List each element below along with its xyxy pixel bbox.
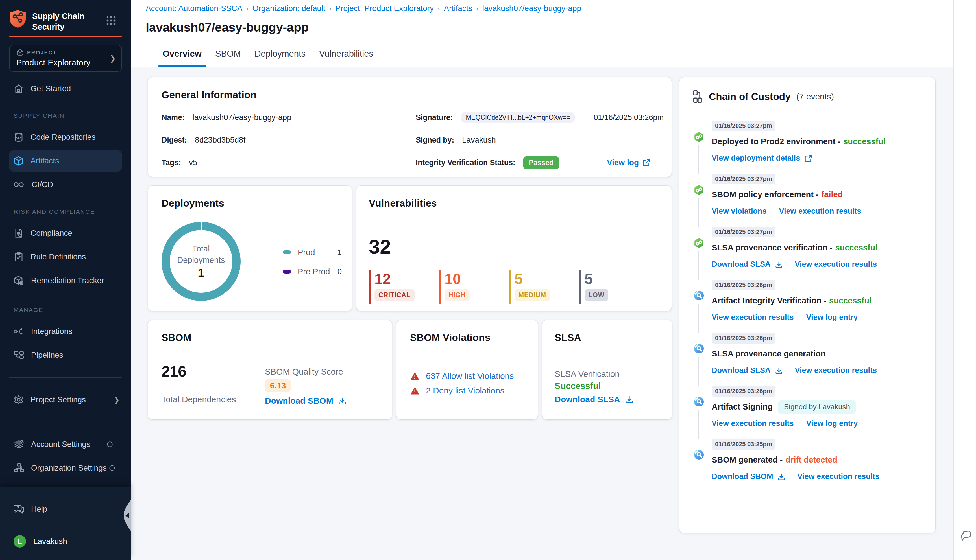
svg-text:?: ?: [17, 505, 19, 510]
